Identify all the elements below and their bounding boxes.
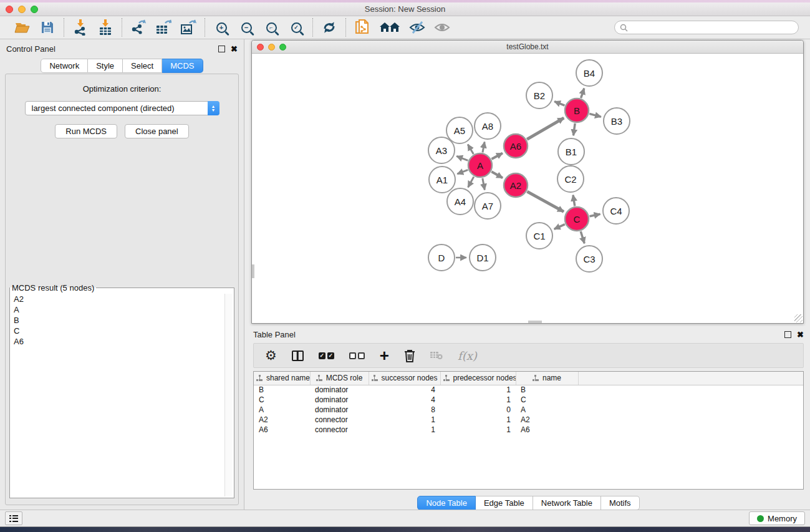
edge-A2-C[interactable] bbox=[527, 191, 564, 211]
tab-mcds[interactable]: MCDS bbox=[162, 59, 203, 73]
optimization-criterion-dropdown[interactable]: largest connected component (directed) ▲… bbox=[25, 101, 219, 115]
table-cell[interactable]: A6 bbox=[254, 425, 310, 435]
table-cell[interactable]: B bbox=[254, 385, 310, 395]
memory-button[interactable]: Memory bbox=[749, 511, 805, 525]
table-cell[interactable]: 1 bbox=[369, 415, 440, 425]
zoom-fit-icon[interactable]: ⌐ bbox=[263, 19, 279, 36]
edge-C-C2[interactable] bbox=[573, 195, 575, 206]
edge-A-A6[interactable] bbox=[491, 153, 502, 159]
open-session-file-icon[interactable] bbox=[354, 19, 370, 36]
table-cell[interactable]: 4 bbox=[369, 395, 440, 405]
table-cell[interactable]: 1 bbox=[440, 425, 516, 435]
node-B4[interactable]: B4 bbox=[576, 60, 602, 86]
result-item[interactable]: A bbox=[11, 304, 224, 315]
node-C4[interactable]: C4 bbox=[603, 198, 629, 224]
node-A1[interactable]: A1 bbox=[429, 167, 455, 193]
table-cell[interactable]: dominator bbox=[310, 405, 369, 415]
node-B2[interactable]: B2 bbox=[526, 82, 552, 109]
edge-A6-B[interactable] bbox=[527, 118, 564, 139]
export-table-icon[interactable] bbox=[155, 19, 171, 36]
export-network-icon[interactable] bbox=[130, 19, 147, 36]
tab-network-table[interactable]: Network Table bbox=[533, 496, 601, 510]
column-header[interactable]: shared name bbox=[254, 372, 310, 385]
edge-B-B2[interactable] bbox=[554, 102, 564, 106]
network-window-titlebar[interactable]: testGlobe.txt bbox=[252, 41, 803, 54]
node-A8[interactable]: A8 bbox=[475, 113, 501, 139]
node-C3[interactable]: C3 bbox=[576, 246, 602, 272]
task-history-button[interactable] bbox=[5, 511, 22, 525]
node-B3[interactable]: B3 bbox=[604, 108, 630, 134]
network-resize-grip[interactable] bbox=[794, 314, 803, 322]
refresh-icon[interactable] bbox=[321, 19, 337, 36]
node-A2[interactable]: A2 bbox=[504, 173, 528, 197]
node-C[interactable]: C bbox=[565, 207, 589, 231]
tab-edge-table[interactable]: Edge Table bbox=[476, 496, 533, 510]
delete-column-icon[interactable] bbox=[404, 348, 415, 363]
result-item[interactable]: A6 bbox=[11, 336, 224, 347]
table-row[interactable]: A2connector11A2 bbox=[254, 415, 803, 425]
search-input[interactable] bbox=[628, 23, 793, 32]
result-item[interactable]: C bbox=[11, 326, 224, 336]
node-D1[interactable]: D1 bbox=[470, 244, 496, 271]
hide-selected-eye-icon[interactable] bbox=[409, 19, 425, 36]
column-header[interactable]: predecessor nodes bbox=[440, 372, 516, 385]
select-all-icon[interactable]: ✓✓ bbox=[319, 348, 334, 363]
home-icon[interactable] bbox=[379, 19, 400, 36]
edge-C-C3[interactable] bbox=[581, 231, 584, 243]
node-C2[interactable]: C2 bbox=[557, 166, 584, 192]
import-table-icon[interactable] bbox=[97, 19, 113, 36]
table-cell[interactable]: 8 bbox=[369, 405, 440, 415]
column-header[interactable]: MCDS role bbox=[310, 372, 369, 385]
node-B[interactable]: B bbox=[565, 99, 589, 122]
network-vscroll-indicator[interactable] bbox=[252, 264, 254, 278]
result-list-scrollbar[interactable] bbox=[224, 294, 233, 496]
table-row[interactable]: Adominator80A bbox=[254, 405, 803, 415]
table-cell[interactable]: dominator bbox=[310, 395, 369, 405]
table-row[interactable]: A6connector11A6 bbox=[254, 425, 803, 435]
edge-A-A1[interactable] bbox=[457, 170, 468, 173]
show-all-eye-icon[interactable] bbox=[434, 19, 450, 36]
table-cell[interactable]: A bbox=[254, 405, 310, 415]
result-item[interactable]: A2 bbox=[11, 294, 224, 304]
node-C1[interactable]: C1 bbox=[526, 223, 552, 249]
edge-B-B1[interactable] bbox=[574, 123, 576, 135]
table-cell[interactable]: 1 bbox=[440, 385, 516, 395]
edge-A-A4[interactable] bbox=[468, 177, 474, 187]
table-cell[interactable]: 4 bbox=[369, 385, 440, 395]
result-item[interactable]: B bbox=[11, 315, 224, 326]
table-settings-gear-icon[interactable]: ⚙ bbox=[265, 348, 277, 363]
column-header[interactable]: name bbox=[516, 372, 578, 385]
deselect-all-icon[interactable] bbox=[349, 348, 365, 363]
table-float-icon[interactable] bbox=[784, 331, 791, 338]
tab-node-table[interactable]: Node Table bbox=[417, 496, 476, 510]
import-network-icon[interactable] bbox=[72, 19, 89, 36]
save-session-icon[interactable] bbox=[39, 19, 55, 36]
tab-select[interactable]: Select bbox=[123, 59, 162, 73]
edge-C-C4[interactable] bbox=[590, 214, 600, 216]
node-A4[interactable]: A4 bbox=[447, 188, 473, 215]
zoom-out-icon[interactable]: − bbox=[238, 19, 254, 36]
table-cell[interactable]: connector bbox=[310, 425, 369, 435]
table-cell[interactable]: C bbox=[254, 395, 310, 405]
tab-style[interactable]: Style bbox=[88, 59, 123, 73]
edge-A-A7[interactable] bbox=[483, 178, 485, 190]
node-A7[interactable]: A7 bbox=[475, 193, 501, 219]
table-cell[interactable]: B bbox=[516, 385, 578, 395]
table-cell[interactable]: C bbox=[516, 395, 578, 405]
node-B1[interactable]: B1 bbox=[558, 138, 584, 165]
column-header[interactable]: successor nodes bbox=[369, 372, 440, 385]
table-cell[interactable]: A2 bbox=[516, 415, 578, 425]
table-row[interactable]: Cdominator41C bbox=[254, 395, 803, 405]
node-A[interactable]: A bbox=[468, 153, 492, 177]
network-canvas[interactable]: B4B2BB3A5A8A6A3B1AA1C2A2A4A7C4CC1C3DD1 bbox=[252, 54, 803, 323]
table-cell[interactable]: A2 bbox=[254, 415, 310, 425]
node-D[interactable]: D bbox=[428, 244, 455, 271]
edge-B-B4[interactable] bbox=[581, 89, 584, 98]
show-column-icon[interactable] bbox=[292, 348, 304, 363]
run-mcds-button[interactable]: Run MCDS bbox=[55, 124, 117, 138]
zoom-selected-icon[interactable]: ✓ bbox=[288, 19, 304, 36]
table-cell[interactable]: A bbox=[516, 405, 578, 415]
zoom-in-icon[interactable]: + bbox=[213, 19, 229, 36]
edge-A-A2[interactable] bbox=[491, 172, 503, 178]
edge-A-A5[interactable] bbox=[468, 144, 473, 154]
